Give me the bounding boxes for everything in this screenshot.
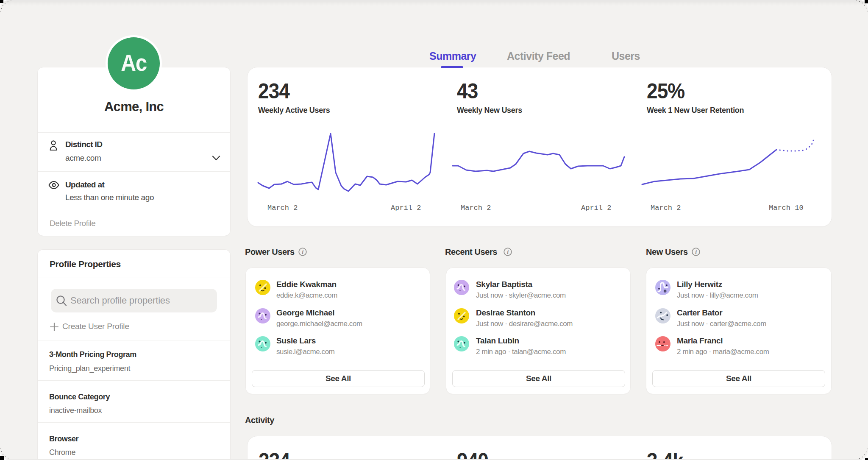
svg-text:i: i xyxy=(302,249,303,255)
svg-text:i: i xyxy=(507,249,509,255)
svg-text:i: i xyxy=(695,249,697,255)
